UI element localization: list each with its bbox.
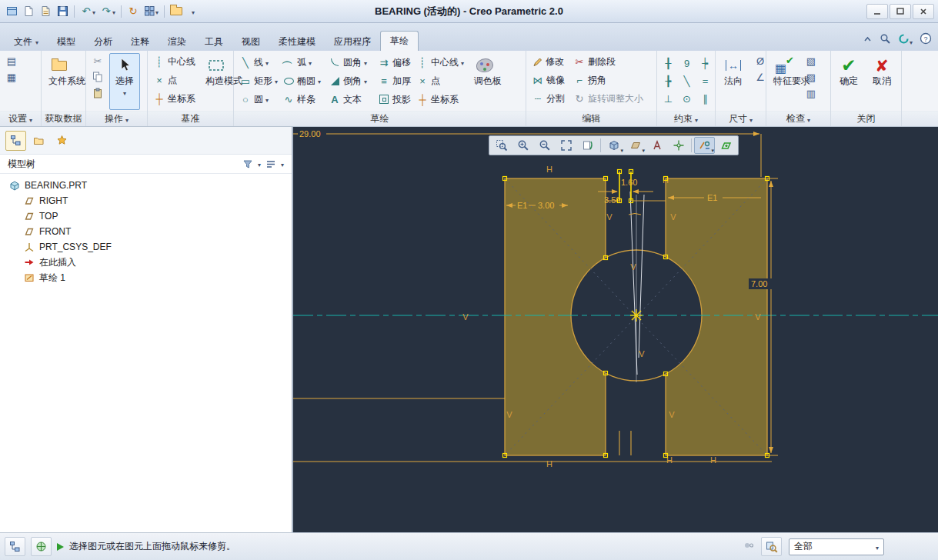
normal-dimension-button[interactable]: ↔ 法向 <box>718 53 749 110</box>
model-tree-tab-button[interactable] <box>5 131 26 151</box>
tab-sketch[interactable]: 草绘 <box>380 31 419 51</box>
maximize-button[interactable] <box>890 4 911 19</box>
annotation-display-button[interactable] <box>646 137 667 154</box>
line-button[interactable]: ╲线 <box>236 54 279 72</box>
search-button[interactable] <box>880 33 891 47</box>
offset-button[interactable]: ⇉偏移 <box>375 54 413 72</box>
sketch-view-button[interactable] <box>716 137 736 154</box>
save-button[interactable] <box>55 3 70 20</box>
feature-requirements-button[interactable]: ▦✔ 特征要求 <box>769 53 799 110</box>
favorites-tab-button[interactable] <box>52 131 72 151</box>
tree-item-csys[interactable]: PRT_CSYS_DEF <box>0 239 292 255</box>
v-constraint-label[interactable]: V <box>462 312 469 322</box>
h-constraint-label[interactable]: H <box>710 455 716 465</box>
sketch-point-button[interactable]: ×点 <box>413 72 467 90</box>
tree-item-part[interactable]: BEARING.PRT <box>0 178 292 193</box>
h-constraint-label[interactable]: H <box>546 459 552 468</box>
tab-view[interactable]: 视图 <box>232 32 269 51</box>
new-file-button[interactable] <box>21 3 36 20</box>
palette-button[interactable]: 调色板 <box>469 53 500 110</box>
spline-button[interactable]: ∿样条 <box>279 91 325 108</box>
display-style-button[interactable]: ▾ <box>603 137 624 154</box>
perpendicular-constraint-button[interactable]: ⊥ <box>659 91 677 106</box>
tree-item-insert-here[interactable]: 在此插入 <box>0 255 292 270</box>
group-label-operations[interactable]: 操作 <box>86 111 147 126</box>
delete-segment-button[interactable]: ✂删除段 <box>570 53 646 71</box>
divide-button[interactable]: ┄分割 <box>529 90 568 108</box>
v-constraint-label[interactable]: V <box>506 410 512 419</box>
dimension-e1-left-label[interactable]: E1 <box>517 201 527 210</box>
group-label-setup[interactable]: 设置 <box>0 111 41 126</box>
select-button[interactable]: 选择 <box>109 53 140 110</box>
tab-flexible-modeling[interactable]: 柔性建模 <box>269 32 325 51</box>
rectangle-button[interactable]: ▭矩形 <box>236 72 279 90</box>
window-manager-button[interactable] <box>142 3 160 20</box>
arc-button[interactable]: (弧 <box>279 54 325 72</box>
tab-annotate[interactable]: 注释 <box>122 32 159 51</box>
v-constraint-label[interactable]: V <box>606 212 613 222</box>
dimension-width-label[interactable]: 29.00 <box>299 129 321 138</box>
zoom-out-button[interactable] <box>534 137 555 154</box>
highlight-open-ends-button[interactable]: ▨ <box>802 69 820 85</box>
selection-filter-dropdown[interactable]: 全部 <box>789 538 884 555</box>
collapse-ribbon-button[interactable] <box>863 35 873 45</box>
datum-display-button[interactable]: ▾ <box>625 137 646 154</box>
open-file-button[interactable] <box>38 3 53 20</box>
tab-analysis[interactable]: 分析 <box>85 32 122 51</box>
group-label-dimension[interactable]: 尺寸 <box>716 111 766 126</box>
sketch-display-button[interactable]: ▾ <box>694 137 715 154</box>
chamfer-button[interactable]: 倒角 <box>325 72 375 90</box>
fillet-button[interactable]: 圆角 <box>325 54 375 72</box>
modify-button[interactable]: 修改 <box>529 53 568 71</box>
dimension-height-label[interactable]: 7.00 <box>751 279 767 288</box>
tree-item-plane-top[interactable]: TOP <box>0 208 292 224</box>
shade-closed-loops-button[interactable]: ▧ <box>802 53 820 68</box>
dimension-offset-label[interactable]: 3.00 <box>538 201 554 210</box>
web-browser-toggle-button[interactable] <box>31 537 52 556</box>
ok-button[interactable]: ✔ 确定 <box>833 53 864 110</box>
v-constraint-label[interactable]: V <box>639 349 645 358</box>
tree-item-sketch[interactable]: 草绘 1 <box>0 270 292 285</box>
app-window-button[interactable] <box>4 3 19 20</box>
overlapping-geometry-button[interactable]: ▥ <box>802 85 820 101</box>
v-constraint-label[interactable]: V <box>670 212 676 222</box>
zoom-in-button[interactable] <box>512 137 533 154</box>
help-button[interactable]: ? <box>920 32 932 47</box>
equal-constraint-button[interactable]: = <box>696 73 714 88</box>
model-tree-toggle-button[interactable] <box>5 537 25 556</box>
circle-button[interactable]: ○圆 <box>236 91 279 108</box>
construction-mode-button[interactable]: 构造模式 <box>201 53 232 110</box>
dimension-angle-label[interactable]: 3.50 <box>604 195 620 205</box>
parallel-constraint-button[interactable]: ∥ <box>696 91 714 106</box>
tab-render[interactable]: 渲染 <box>159 32 195 51</box>
file-system-button[interactable]: 文件系统 <box>44 53 75 110</box>
corner-button[interactable]: ⌐拐角 <box>570 72 646 89</box>
project-button[interactable]: 投影 <box>375 91 413 108</box>
copy-button[interactable] <box>88 69 107 85</box>
coincident-constraint-button[interactable]: ⊙ <box>678 91 696 106</box>
sketch-centerline-button[interactable]: ┊中心线 <box>413 54 467 72</box>
tree-settings-button[interactable] <box>264 158 278 170</box>
graphics-area[interactable]: ▾ ▾ ▾ <box>293 127 938 532</box>
v-constraint-label[interactable]: V <box>669 410 675 419</box>
undo-button[interactable]: ↶ <box>78 3 97 20</box>
vertical-constraint-button[interactable]: ╂ <box>659 55 677 71</box>
spin-center-button[interactable] <box>668 137 689 154</box>
cut-button[interactable]: ✂ <box>88 53 107 68</box>
refit-button[interactable] <box>556 137 576 154</box>
rotate-resize-button[interactable]: ↻旋转调整大小 <box>570 90 646 108</box>
cancel-button[interactable]: ✘ 取消 <box>866 53 897 110</box>
tab-tools[interactable]: 工具 <box>195 32 232 51</box>
redo-button[interactable]: ↷ <box>98 3 117 20</box>
connect-button[interactable] <box>898 33 913 47</box>
group-label-inspect[interactable]: 检查 <box>766 111 830 126</box>
datum-point-button[interactable]: ×点 <box>150 72 199 89</box>
chevron-down-icon[interactable] <box>281 158 284 169</box>
chevron-down-icon[interactable] <box>258 158 261 169</box>
midpoint-constraint-button[interactable]: ┾ <box>696 55 714 71</box>
ellipse-button[interactable]: 椭圆 <box>279 72 325 90</box>
minimize-button[interactable] <box>866 4 888 19</box>
dimension-e1-right-label[interactable]: E1 <box>707 193 717 202</box>
sketch-viewport[interactable]: 29.00 1.60 3.50 E1 3.00 E1 7.00 H H H H … <box>293 127 938 532</box>
mirror-button[interactable]: ⋈镜像 <box>529 72 568 89</box>
